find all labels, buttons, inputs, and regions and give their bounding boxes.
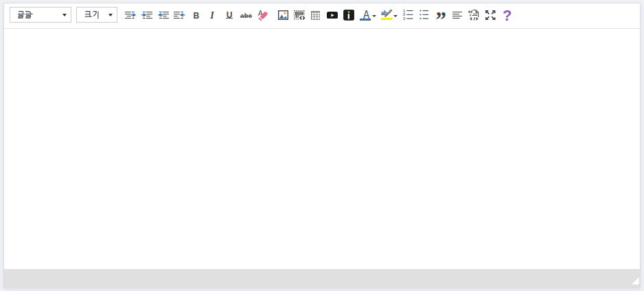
svg-text:3: 3 bbox=[403, 16, 405, 20]
